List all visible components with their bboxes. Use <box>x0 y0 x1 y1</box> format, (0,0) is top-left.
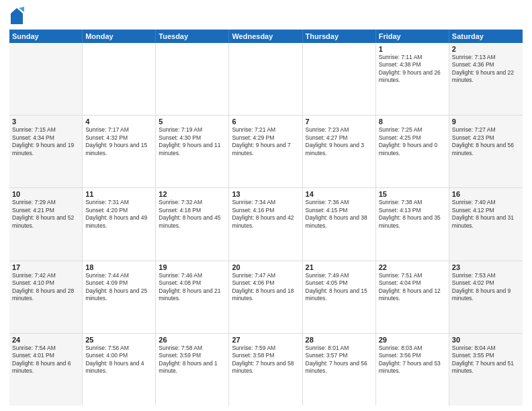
day-info: Sunrise: 7:46 AM Sunset: 4:08 PM Dayligh… <box>159 272 226 303</box>
day-cell-28: 28Sunrise: 8:01 AM Sunset: 3:57 PM Dayli… <box>303 334 376 406</box>
week-row-3: 10Sunrise: 7:29 AM Sunset: 4:21 PM Dayli… <box>9 188 523 261</box>
day-cell-8: 8Sunrise: 7:25 AM Sunset: 4:25 PM Daylig… <box>376 116 449 187</box>
day-cell-empty <box>9 43 83 115</box>
day-number: 25 <box>85 336 152 344</box>
day-info: Sunrise: 7:32 AM Sunset: 4:18 PM Dayligh… <box>159 199 226 230</box>
week-row-2: 3Sunrise: 7:15 AM Sunset: 4:34 PM Daylig… <box>9 116 523 188</box>
day-number: 21 <box>306 263 373 271</box>
day-info: Sunrise: 7:19 AM Sunset: 4:30 PM Dayligh… <box>159 126 226 157</box>
logo <box>9 7 26 26</box>
day-info: Sunrise: 8:01 AM Sunset: 3:57 PM Dayligh… <box>306 345 373 375</box>
day-info: Sunrise: 7:51 AM Sunset: 4:04 PM Dayligh… <box>379 272 446 303</box>
week-row-5: 24Sunrise: 7:54 AM Sunset: 4:01 PM Dayli… <box>9 334 523 406</box>
day-info: Sunrise: 7:36 AM Sunset: 4:15 PM Dayligh… <box>306 199 373 230</box>
day-cell-7: 7Sunrise: 7:23 AM Sunset: 4:27 PM Daylig… <box>303 116 376 187</box>
week-row-1: 1Sunrise: 7:11 AM Sunset: 4:38 PM Daylig… <box>9 43 523 116</box>
day-cell-18: 18Sunrise: 7:44 AM Sunset: 4:09 PM Dayli… <box>83 261 156 333</box>
day-number: 15 <box>379 190 446 198</box>
logo-icon <box>9 7 24 26</box>
day-cell-10: 10Sunrise: 7:29 AM Sunset: 4:21 PM Dayli… <box>9 188 83 260</box>
day-info: Sunrise: 7:54 AM Sunset: 4:01 PM Dayligh… <box>12 345 79 375</box>
day-info: Sunrise: 7:47 AM Sunset: 4:06 PM Dayligh… <box>232 272 299 303</box>
day-info: Sunrise: 7:27 AM Sunset: 4:23 PM Dayligh… <box>452 126 520 157</box>
day-info: Sunrise: 7:44 AM Sunset: 4:09 PM Dayligh… <box>85 272 152 303</box>
day-info: Sunrise: 7:34 AM Sunset: 4:16 PM Dayligh… <box>232 199 299 230</box>
day-number: 19 <box>159 263 226 271</box>
day-cell-6: 6Sunrise: 7:21 AM Sunset: 4:29 PM Daylig… <box>229 116 302 187</box>
day-info: Sunrise: 7:49 AM Sunset: 4:05 PM Dayligh… <box>306 272 373 303</box>
day-number: 18 <box>85 263 152 271</box>
day-info: Sunrise: 7:56 AM Sunset: 4:00 PM Dayligh… <box>85 345 152 375</box>
day-cell-21: 21Sunrise: 7:49 AM Sunset: 4:05 PM Dayli… <box>303 261 376 333</box>
day-cell-23: 23Sunrise: 7:53 AM Sunset: 4:02 PM Dayli… <box>449 261 523 333</box>
day-cell-26: 26Sunrise: 7:58 AM Sunset: 3:59 PM Dayli… <box>156 334 229 406</box>
day-info: Sunrise: 7:40 AM Sunset: 4:12 PM Dayligh… <box>452 199 520 230</box>
header-day-tuesday: Tuesday <box>156 30 229 43</box>
day-cell-29: 29Sunrise: 8:03 AM Sunset: 3:56 PM Dayli… <box>376 334 449 406</box>
day-info: Sunrise: 7:17 AM Sunset: 4:32 PM Dayligh… <box>85 126 152 157</box>
day-info: Sunrise: 7:15 AM Sunset: 4:34 PM Dayligh… <box>12 126 79 157</box>
day-number: 16 <box>452 190 520 198</box>
day-cell-9: 9Sunrise: 7:27 AM Sunset: 4:23 PM Daylig… <box>449 116 523 187</box>
day-cell-3: 3Sunrise: 7:15 AM Sunset: 4:34 PM Daylig… <box>9 116 83 187</box>
day-number: 1 <box>379 45 446 53</box>
svg-marker-0 <box>11 8 23 24</box>
day-number: 6 <box>232 118 299 126</box>
day-cell-5: 5Sunrise: 7:19 AM Sunset: 4:30 PM Daylig… <box>156 116 229 187</box>
day-number: 9 <box>452 118 520 126</box>
day-number: 12 <box>159 190 226 198</box>
day-number: 14 <box>306 190 373 198</box>
day-number: 23 <box>452 263 520 271</box>
day-cell-25: 25Sunrise: 7:56 AM Sunset: 4:00 PM Dayli… <box>83 334 156 406</box>
day-cell-17: 17Sunrise: 7:42 AM Sunset: 4:10 PM Dayli… <box>9 261 83 333</box>
day-cell-2: 2Sunrise: 7:13 AM Sunset: 4:36 PM Daylig… <box>449 43 523 115</box>
day-number: 7 <box>306 118 373 126</box>
day-cell-11: 11Sunrise: 7:31 AM Sunset: 4:20 PM Dayli… <box>83 188 156 260</box>
day-cell-24: 24Sunrise: 7:54 AM Sunset: 4:01 PM Dayli… <box>9 334 83 406</box>
day-number: 11 <box>85 190 152 198</box>
day-info: Sunrise: 7:23 AM Sunset: 4:27 PM Dayligh… <box>306 126 373 157</box>
day-cell-1: 1Sunrise: 7:11 AM Sunset: 4:38 PM Daylig… <box>376 43 449 115</box>
header <box>9 7 523 26</box>
day-cell-14: 14Sunrise: 7:36 AM Sunset: 4:15 PM Dayli… <box>303 188 376 260</box>
day-number: 24 <box>12 336 79 344</box>
day-number: 30 <box>452 336 520 344</box>
calendar-body: 1Sunrise: 7:11 AM Sunset: 4:38 PM Daylig… <box>9 43 523 406</box>
day-number: 29 <box>379 336 446 344</box>
day-cell-15: 15Sunrise: 7:38 AM Sunset: 4:13 PM Dayli… <box>376 188 449 260</box>
day-cell-empty <box>229 43 302 115</box>
calendar: SundayMondayTuesdayWednesdayThursdayFrid… <box>9 30 523 406</box>
day-info: Sunrise: 7:59 AM Sunset: 3:58 PM Dayligh… <box>232 345 299 375</box>
day-cell-19: 19Sunrise: 7:46 AM Sunset: 4:08 PM Dayli… <box>156 261 229 333</box>
day-number: 22 <box>379 263 446 271</box>
day-cell-4: 4Sunrise: 7:17 AM Sunset: 4:32 PM Daylig… <box>83 116 156 187</box>
day-info: Sunrise: 8:04 AM Sunset: 3:55 PM Dayligh… <box>452 345 520 375</box>
day-cell-empty <box>83 43 156 115</box>
week-row-4: 17Sunrise: 7:42 AM Sunset: 4:10 PM Dayli… <box>9 261 523 334</box>
header-day-thursday: Thursday <box>303 30 376 43</box>
day-number: 10 <box>12 190 79 198</box>
day-number: 20 <box>232 263 299 271</box>
day-number: 26 <box>159 336 226 344</box>
day-cell-13: 13Sunrise: 7:34 AM Sunset: 4:16 PM Dayli… <box>229 188 302 260</box>
day-info: Sunrise: 7:13 AM Sunset: 4:36 PM Dayligh… <box>452 54 520 85</box>
day-number: 27 <box>232 336 299 344</box>
day-cell-empty <box>303 43 376 115</box>
day-info: Sunrise: 7:21 AM Sunset: 4:29 PM Dayligh… <box>232 126 299 157</box>
day-cell-empty <box>156 43 229 115</box>
day-info: Sunrise: 7:53 AM Sunset: 4:02 PM Dayligh… <box>452 272 520 303</box>
day-cell-20: 20Sunrise: 7:47 AM Sunset: 4:06 PM Dayli… <box>229 261 302 333</box>
day-info: Sunrise: 7:58 AM Sunset: 3:59 PM Dayligh… <box>159 345 226 375</box>
day-cell-27: 27Sunrise: 7:59 AM Sunset: 3:58 PM Dayli… <box>229 334 302 406</box>
header-day-saturday: Saturday <box>449 30 523 43</box>
day-cell-30: 30Sunrise: 8:04 AM Sunset: 3:55 PM Dayli… <box>449 334 523 406</box>
calendar-header: SundayMondayTuesdayWednesdayThursdayFrid… <box>9 30 523 43</box>
day-info: Sunrise: 7:25 AM Sunset: 4:25 PM Dayligh… <box>379 126 446 157</box>
day-number: 13 <box>232 190 299 198</box>
day-info: Sunrise: 8:03 AM Sunset: 3:56 PM Dayligh… <box>379 345 446 375</box>
day-number: 8 <box>379 118 446 126</box>
day-number: 3 <box>12 118 79 126</box>
day-number: 4 <box>85 118 152 126</box>
header-day-wednesday: Wednesday <box>229 30 302 43</box>
day-info: Sunrise: 7:31 AM Sunset: 4:20 PM Dayligh… <box>85 199 152 230</box>
